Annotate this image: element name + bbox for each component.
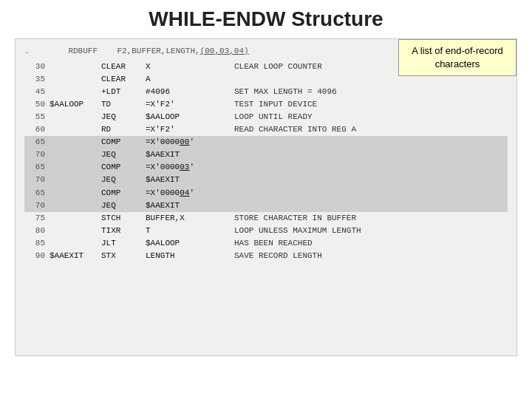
code-lines: 30CLEARXCLEAR LOOP COUNTER35CLEARA45+LDT… <box>24 61 508 262</box>
operand-col: T <box>146 225 234 237</box>
table-row: 50$AALOOPTD=X'F2'TEST INPUT DEVICE <box>24 98 508 111</box>
table-row: 75STCHBUFFER,XSTORE CHARACTER IN BUFFER <box>24 212 508 225</box>
op-col: COMP <box>101 136 146 149</box>
op-col: COMP <box>101 187 146 200</box>
callout-text: A list of end-of-record characters <box>412 45 503 69</box>
operand-col: BUFFER,X <box>146 212 234 225</box>
op-col: +LDT <box>101 86 146 98</box>
operand-col: =X'000003' <box>146 161 234 174</box>
line-number: 50 <box>24 98 45 111</box>
operand-col: $AALOOP <box>146 237 234 250</box>
comment-col: STORE CHARACTER IN BUFFER <box>234 212 356 225</box>
first-line-highlight: (00,03,04) <box>200 47 249 55</box>
operand-col: =X'000004' <box>146 187 234 200</box>
table-row: 85JLT$AALOOPHAS BEEN REACHED <box>24 237 508 250</box>
table-row: 45+LDT#4096SET MAX LENGTH = 4096 <box>24 86 508 98</box>
line-number: 80 <box>24 225 45 237</box>
op-col: STX <box>101 250 146 262</box>
comment-col: TEST INPUT DEVICE <box>234 98 317 111</box>
table-row: 55JEQ$AALOOPLOOP UNTIL READY <box>24 111 508 123</box>
comment-col: SET MAX LENGTH = 4096 <box>234 86 337 98</box>
table-row: 80TIXRTLOOP UNLESS MAXIMUM LENGTH <box>24 225 508 237</box>
comment-col: CLEAR LOOP COUNTER <box>234 61 322 73</box>
line-number: 65 <box>24 187 45 200</box>
op-col: STCH <box>101 212 146 225</box>
first-line-prefix: . RDBUFF F2,BUFFER,LENGTH, <box>24 47 200 55</box>
comment-col: HAS BEEN REACHED <box>234 237 313 250</box>
table-row: 70JEQ$AAEXIT <box>24 200 508 212</box>
line-number: 70 <box>24 200 45 212</box>
line-number: 45 <box>24 86 45 98</box>
comment-col: SAVE RECORD LENGTH <box>234 250 322 262</box>
line-number: 65 <box>24 161 45 174</box>
comment-col: LOOP UNTIL READY <box>234 111 313 123</box>
operand-col: X <box>146 61 234 73</box>
label-col: $AAEXIT <box>50 250 101 262</box>
line-number: 35 <box>24 73 45 86</box>
line-number: 85 <box>24 237 45 250</box>
table-row: 65COMP=X'000004' <box>24 187 508 200</box>
op-col: COMP <box>101 161 146 174</box>
table-row: 70JEQ$AAEXIT <box>24 174 508 186</box>
op-col: JLT <box>101 237 146 250</box>
line-number: 70 <box>24 174 45 186</box>
page-title: WHILE-ENDW Structure <box>15 7 517 31</box>
table-row: 60RD=X'F2'READ CHARACTER INTO REG A <box>24 123 508 136</box>
line-number: 70 <box>24 149 45 161</box>
line-number: 55 <box>24 111 45 123</box>
operand-col: =X'F2' <box>146 123 234 136</box>
op-col: RD <box>101 123 146 136</box>
op-col: JEQ <box>101 200 146 212</box>
op-col: TD <box>101 98 146 111</box>
op-col: CLEAR <box>101 61 146 73</box>
table-row: 65COMP=X'000003' <box>24 161 508 174</box>
op-col: TIXR <box>101 225 146 237</box>
callout-box: A list of end-of-record characters <box>398 39 516 76</box>
line-number: 60 <box>24 123 45 136</box>
operand-col: $AAEXIT <box>146 149 234 161</box>
operand-col: A <box>146 73 234 86</box>
op-col: CLEAR <box>101 73 146 86</box>
operand-col: =X'000000' <box>146 136 234 149</box>
operand-col: LENGTH <box>146 250 234 262</box>
operand-col: $AALOOP <box>146 111 234 123</box>
table-row: 90$AAEXITSTXLENGTHSAVE RECORD LENGTH <box>24 250 508 262</box>
line-number: 30 <box>24 61 45 73</box>
line-number: 65 <box>24 136 45 149</box>
line-number: 90 <box>24 250 45 262</box>
table-row: 70JEQ$AAEXIT <box>24 149 508 161</box>
content-area: A list of end-of-record characters . RDB… <box>15 38 517 356</box>
comment-col: LOOP UNLESS MAXIMUM LENGTH <box>234 225 361 237</box>
table-row: 65COMP=X'000000' <box>24 136 508 149</box>
operand-col: #4096 <box>146 86 234 98</box>
comment-col: READ CHARACTER INTO REG A <box>234 123 356 136</box>
op-col: JEQ <box>101 111 146 123</box>
page: WHILE-ENDW Structure A list of end-of-re… <box>0 0 532 399</box>
operand-col: $AAEXIT <box>146 174 234 186</box>
operand-col: =X'F2' <box>146 98 234 111</box>
label-col: $AALOOP <box>50 98 101 111</box>
line-number: 75 <box>24 212 45 225</box>
code-area: A list of end-of-record characters . RDB… <box>15 38 517 356</box>
op-col: JEQ <box>101 174 146 186</box>
op-col: JEQ <box>101 149 146 161</box>
operand-col: $AAEXIT <box>146 200 234 212</box>
